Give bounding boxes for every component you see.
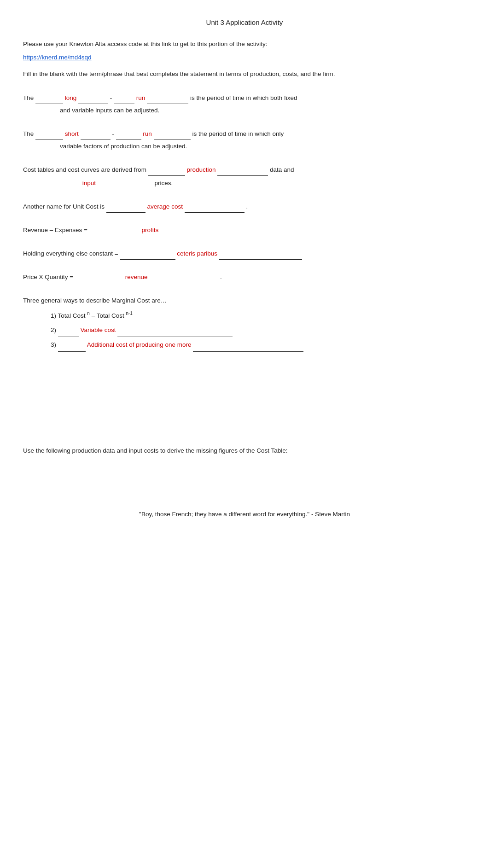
li2-blank1 [58,330,79,337]
s1-dash: - [110,94,114,101]
s1-continuation: and variable inputs can be adjusted. [23,104,466,117]
rev-blank1 [89,229,140,236]
li3-blank1 [58,344,86,352]
prices-label: prices. [155,180,173,186]
page-title: Unit 3 Application Activity [23,18,466,26]
average-cost-label: average cost [147,203,183,210]
divider-space [23,363,466,381]
quote-text: "Boy, those French; they have a differen… [23,511,466,518]
cost-blank2 [217,169,268,176]
li1-num: 1) Total Cost [51,312,87,319]
s2-continuation: variable factors of production can be ad… [23,140,466,152]
knewton-link[interactable]: https://knerd.me/md4sqd [23,54,466,61]
li1-sub2: n-1 [126,311,132,316]
input-label: input [82,180,96,186]
marginal-cost-section: Three general ways to describe Marginal … [23,294,466,352]
s2-dash: - [112,130,116,137]
bottom-text: Use the following production data and in… [23,446,466,456]
additional-cost-label: Additional cost of producing one more [87,341,192,348]
li2-num: 2) [51,326,58,333]
cost-blank3 [48,182,81,189]
s2-blank2 [81,133,111,140]
unit-cost-period: . [246,203,248,210]
s2-blank4 [154,133,191,140]
unit-cost-before: Another name for Unit Cost is [23,203,106,210]
list-item-2: 2) Variable cost [51,323,466,337]
s1-blank2 [78,97,108,104]
unit-cost-blank2 [185,205,244,213]
price-period: . [220,274,222,280]
revenue-label: revenue [125,274,148,280]
marginal-cost-list: 1) Total Cost n – Total Cost n-1 2) Vari… [23,309,466,352]
sentence-short-run: The short - run is the period of time in… [23,128,466,152]
intro-text: Please use your Knewton Alta access code… [23,39,466,49]
price-blank2 [149,276,218,283]
cost-data-and: data and [270,166,294,173]
cost-sentence: Cost tables and cost curves are derived … [23,163,466,189]
divider-space-2 [23,381,466,400]
ceteris-label: ceteris paribus [177,250,217,257]
s1-run: run [136,94,146,101]
s2-short: short [65,130,79,137]
li3-blank2 [193,344,303,352]
bottom-section: Use the following production data and in… [23,446,466,456]
revenue-sentence: Revenue – Expenses = profits [23,224,466,236]
s2-before: The [23,130,35,137]
holding-sentence: Holding everything else constant = ceter… [23,247,466,260]
s1-long: long [65,94,77,101]
instructions-text: Fill in the blank with the term/phrase t… [23,69,466,79]
hold-blank1 [120,252,175,260]
divider-space-3 [23,400,466,418]
s1-after: is the period of time in which both fixe… [190,94,297,101]
s2-blank3 [116,133,141,140]
rev-blank2 [160,229,229,236]
profits-label: profits [142,227,159,233]
variable-cost-label: Variable cost [81,326,116,333]
price-before: Price X Quantity = [23,274,75,280]
li1-middle: – Total Cost [92,312,126,319]
marginal-cost-intro: Three general ways to describe Marginal … [23,294,466,307]
sentence-long-run: The long - run is the period of time in … [23,92,466,117]
s1-before: The [23,94,35,101]
s2-after: is the period of time in which only [192,130,284,137]
cost-blank1 [148,169,185,176]
s1-blank3 [114,97,134,104]
s1-blank1 [35,97,63,104]
quote-section: "Boy, those French; they have a differen… [23,511,466,518]
production-label: production [186,166,215,173]
cost-blank4 [98,182,153,189]
hold-before: Holding everything else constant = [23,250,120,257]
s2-blank1 [35,133,63,140]
rev-before: Revenue – Expenses = [23,227,89,233]
li2-blank2 [117,330,233,337]
price-sentence: Price X Quantity = revenue . [23,271,466,283]
unit-cost-blank1 [106,205,146,213]
cost-before: Cost tables and cost curves are derived … [23,166,148,173]
li3-num: 3) [51,341,58,348]
li1-sub1: n [87,311,90,316]
price-blank1 [75,276,123,283]
s1-blank4 [147,97,188,104]
list-item-3: 3) Additional cost of producing one more [51,338,466,352]
s2-run: run [143,130,152,137]
hold-blank2 [219,252,302,260]
unit-cost-sentence: Another name for Unit Cost is average co… [23,200,466,213]
list-item-1: 1) Total Cost n – Total Cost n-1 [51,309,466,322]
